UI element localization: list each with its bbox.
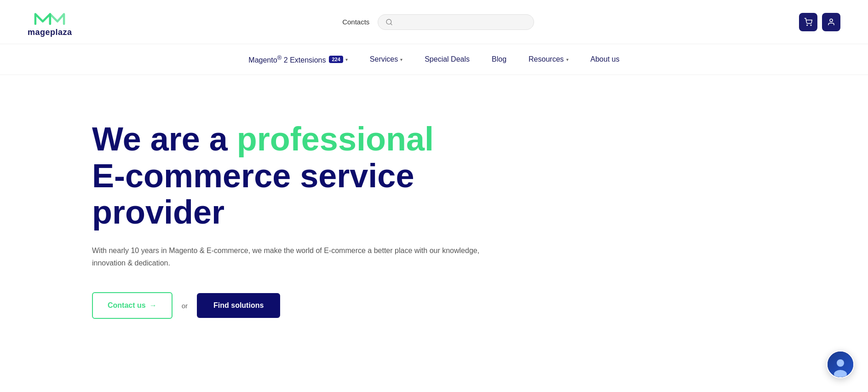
nav-label-extensions: Magento® 2 Extensions: [248, 54, 326, 64]
nav-label-special-deals: Special Deals: [425, 55, 470, 63]
contact-us-button[interactable]: Contact us →: [92, 292, 172, 319]
nav-item-services: Services ▾: [359, 45, 414, 74]
user-icon: [827, 18, 835, 26]
logo-icon: [31, 6, 68, 29]
hero-heading: We are a professional E-commerce service…: [92, 121, 776, 231]
logo-text: mageplaza: [28, 28, 72, 37]
nav-link-special-deals[interactable]: Special Deals: [414, 45, 481, 74]
cart-button[interactable]: [799, 13, 817, 31]
svg-point-6: [834, 370, 847, 377]
nav-badge-extensions: 224: [329, 56, 343, 63]
cart-icon: [804, 18, 812, 26]
nav-item-about: About us: [580, 45, 631, 74]
nav-item-blog: Blog: [481, 45, 517, 74]
nav-bar: Magento® 2 Extensions 224 ▾ Services ▾ S…: [0, 44, 868, 75]
contact-us-label: Contact us: [108, 301, 146, 310]
search-input[interactable]: [397, 18, 526, 26]
find-solutions-label: Find solutions: [213, 301, 264, 309]
or-separator: or: [182, 302, 188, 310]
nav-link-services[interactable]: Services ▾: [359, 45, 414, 74]
hero-heading-part1: We are a: [92, 121, 237, 157]
nav-label-about: About us: [591, 55, 620, 63]
chat-avatar: [828, 352, 853, 377]
nav-label-blog: Blog: [492, 55, 506, 63]
svg-point-4: [830, 19, 833, 22]
chevron-down-icon-services: ▾: [400, 57, 402, 62]
hero-subtext: With nearly 10 years in Magento & E-comm…: [92, 244, 488, 269]
svg-point-5: [837, 359, 844, 367]
svg-point-3: [811, 25, 811, 26]
nav-item-extensions: Magento® 2 Extensions 224 ▾: [237, 44, 359, 75]
hero-heading-highlight: professional: [237, 121, 434, 157]
nav-link-extensions[interactable]: Magento® 2 Extensions 224 ▾: [237, 44, 359, 75]
hero-heading-part3: provider: [92, 194, 224, 231]
nav-link-resources[interactable]: Resources ▾: [517, 45, 579, 74]
nav-items: Magento® 2 Extensions 224 ▾ Services ▾ S…: [237, 44, 630, 75]
contacts-link[interactable]: Contacts: [337, 15, 375, 29]
hero-buttons: Contact us → or Find solutions: [92, 292, 776, 319]
chevron-down-icon: ▾: [345, 57, 348, 62]
search-bar[interactable]: [378, 14, 534, 30]
search-icon: [385, 18, 393, 26]
logo[interactable]: mageplaza: [28, 6, 72, 37]
arrow-icon: →: [149, 301, 157, 310]
nav-item-special-deals: Special Deals: [414, 45, 481, 74]
svg-line-1: [391, 23, 392, 25]
hero-heading-part2: E-commerce service: [92, 157, 414, 194]
nav-item-resources: Resources ▾: [517, 45, 579, 74]
chat-widget[interactable]: [827, 351, 854, 378]
chevron-down-icon-resources: ▾: [566, 57, 569, 62]
nav-label-services: Services: [370, 55, 398, 63]
nav-link-about[interactable]: About us: [580, 45, 631, 74]
header-center: Contacts: [337, 14, 534, 30]
nav-link-blog[interactable]: Blog: [481, 45, 517, 74]
svg-point-2: [807, 25, 808, 26]
header-right: [799, 13, 840, 31]
hero-section: We are a professional E-commerce service…: [0, 75, 868, 356]
nav-label-resources: Resources: [529, 55, 563, 63]
header: mageplaza Contacts: [0, 0, 868, 44]
find-solutions-button[interactable]: Find solutions: [197, 293, 280, 318]
user-button[interactable]: [822, 13, 840, 31]
